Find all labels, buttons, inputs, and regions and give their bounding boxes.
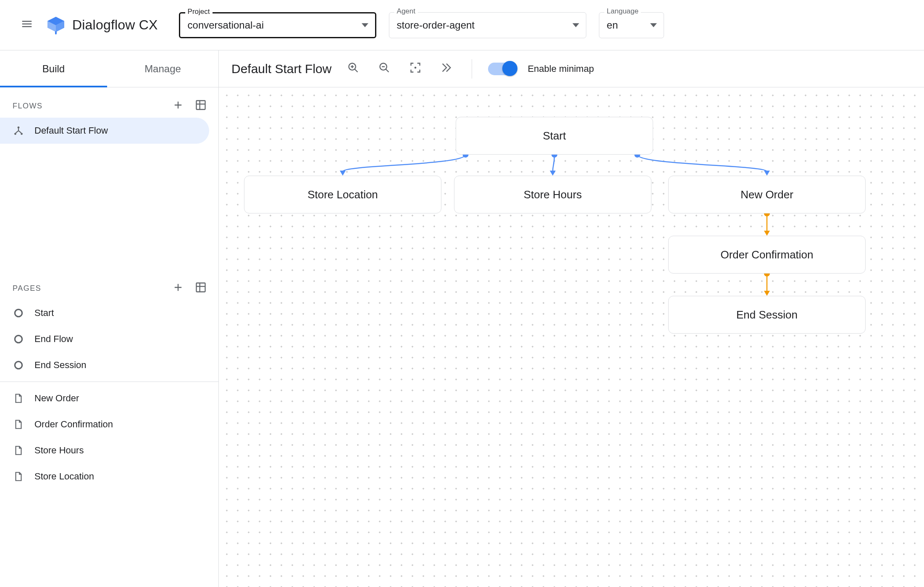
page-item-label: Order Confirmation [34, 419, 113, 430]
page-item[interactable]: Store Hours [0, 437, 209, 463]
page-item[interactable]: Store Location [0, 463, 209, 490]
svg-marker-25 [340, 171, 346, 176]
tab-build-label: Build [42, 63, 65, 75]
tab-manage[interactable]: Manage [107, 50, 218, 87]
pages-section: PAGES StartEnd FlowEnd Session New Order… [0, 270, 218, 490]
flow-toolbar: Default Start Flow Enable minimap [219, 50, 924, 87]
svg-rect-10 [197, 283, 205, 292]
brand[interactable]: Dialogflow CX [45, 15, 158, 36]
svg-point-14 [15, 335, 22, 342]
circle-icon [13, 307, 24, 319]
page-icon [13, 392, 24, 404]
language-select-value: en [607, 19, 618, 31]
flow-item-label: Default Start Flow [34, 125, 108, 136]
flow-node-label: Order Confirmation [720, 248, 813, 261]
flows-section: FLOWS Default Start Flow [0, 87, 218, 144]
svg-line-21 [386, 69, 389, 72]
separator [472, 59, 472, 79]
zoom-in-button[interactable] [346, 61, 361, 76]
page-icon [13, 445, 24, 456]
page-item-label: Store Hours [34, 445, 84, 456]
flow-canvas[interactable]: StartStore LocationStore HoursNew OrderO… [219, 87, 924, 587]
page-item-label: End Flow [34, 334, 73, 345]
flow-node-label: End Session [736, 308, 798, 321]
fit-screen-icon [410, 62, 421, 76]
svg-point-23 [415, 67, 417, 69]
flows-section-title: FLOWS [13, 102, 43, 111]
dialogflow-logo-icon [45, 15, 66, 36]
svg-point-13 [15, 309, 22, 316]
plus-icon [172, 99, 184, 113]
pages-layout-button[interactable] [193, 281, 208, 296]
page-item-label: Store Location [34, 471, 94, 482]
zoom-out-icon [378, 62, 390, 76]
sidebar-tabs: Build Manage [0, 50, 218, 87]
project-select-label: Project [185, 8, 213, 16]
tab-build[interactable]: Build [0, 50, 107, 87]
page-item-label: Start [34, 308, 54, 319]
minimap-toggle[interactable] [488, 63, 516, 75]
caret-down-icon [572, 19, 579, 31]
page-item[interactable]: Order Confirmation [0, 411, 209, 437]
tab-manage-label: Manage [144, 63, 181, 75]
circle-icon [13, 359, 24, 371]
zoom-in-icon [347, 62, 359, 76]
fit-to-screen-button[interactable] [408, 61, 423, 76]
pages-section-title: PAGES [13, 284, 41, 293]
agent-select[interactable]: Agent store-order-agent [389, 12, 586, 38]
add-flow-button[interactable] [171, 98, 186, 113]
agent-select-label: Agent [394, 7, 418, 16]
plus-icon [172, 282, 184, 295]
page-item[interactable]: New Order [0, 385, 209, 411]
flow-node-label: New Order [740, 188, 793, 201]
flow-node-store-location[interactable]: Store Location [244, 176, 441, 213]
divider [0, 382, 218, 382]
menu-button[interactable] [17, 15, 37, 35]
flow-node-end-session[interactable]: End Session [668, 296, 866, 334]
svg-marker-29 [764, 171, 770, 176]
page-item-label: End Session [34, 360, 87, 371]
page-item[interactable]: End Session [0, 352, 209, 378]
flow-node-new-order[interactable]: New Order [668, 176, 866, 213]
project-select-value: conversational-ai [188, 19, 264, 31]
flow-node-label: Store Hours [524, 188, 582, 201]
page-item[interactable]: Start [0, 300, 209, 326]
svg-marker-33 [764, 291, 770, 296]
minimap-toggle-label: Enable minimap [528, 63, 594, 74]
brand-name: Dialogflow CX [72, 17, 158, 33]
flow-icon [13, 125, 24, 137]
flow-node-store-hours[interactable]: Store Hours [454, 176, 651, 213]
page-item[interactable]: End Flow [0, 326, 209, 352]
reset-icon [441, 62, 452, 76]
flow-title: Default Start Flow [231, 62, 331, 76]
page-icon [13, 471, 24, 482]
language-select[interactable]: Language en [599, 12, 664, 38]
hamburger-icon [21, 18, 33, 32]
page-icon [13, 419, 24, 430]
svg-point-7 [18, 126, 20, 129]
project-select[interactable]: Project conversational-ai [179, 12, 376, 38]
svg-rect-3 [55, 31, 57, 34]
page-item-label: New Order [34, 393, 79, 404]
layout-icon [195, 282, 207, 295]
svg-marker-27 [550, 171, 556, 176]
layout-icon [195, 99, 207, 113]
svg-rect-4 [197, 100, 205, 109]
svg-line-17 [355, 69, 358, 72]
reset-layout-button[interactable] [439, 61, 454, 76]
flows-layout-button[interactable] [193, 98, 208, 113]
flow-node-label: Store Location [307, 188, 378, 201]
caret-down-icon [362, 19, 368, 31]
svg-marker-31 [764, 231, 770, 236]
flow-node-label: Start [543, 129, 566, 142]
flow-item[interactable]: Default Start Flow [0, 118, 209, 144]
sidebar: Build Manage FLOWS Default Start Flow [0, 50, 218, 587]
flow-node-start[interactable]: Start [456, 117, 653, 155]
flow-node-order-confirmation[interactable]: Order Confirmation [668, 236, 866, 274]
agent-select-value: store-order-agent [397, 19, 475, 31]
language-select-label: Language [604, 7, 641, 16]
zoom-out-button[interactable] [377, 61, 392, 76]
add-page-button[interactable] [171, 281, 186, 296]
caret-down-icon [650, 19, 657, 31]
svg-point-15 [15, 361, 22, 369]
